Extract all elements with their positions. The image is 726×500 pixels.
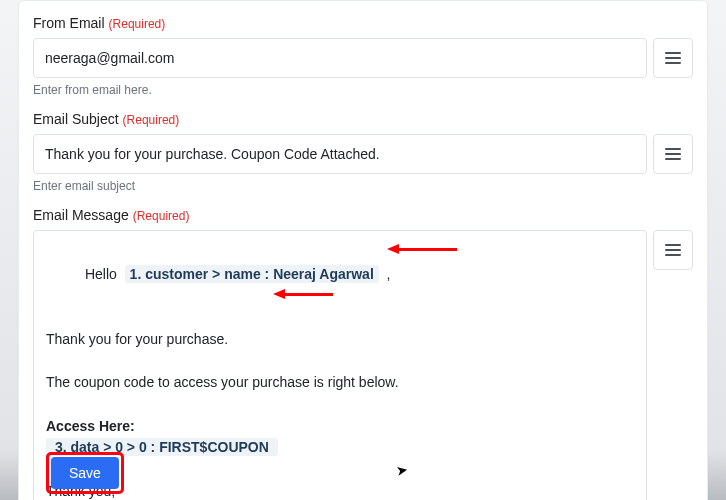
from-email-map-button[interactable]	[653, 38, 693, 78]
hamburger-icon	[665, 52, 681, 64]
hamburger-icon	[665, 244, 681, 256]
subject-hint: Enter email subject	[33, 179, 693, 193]
subject-input[interactable]	[33, 134, 647, 174]
save-button[interactable]: Save	[51, 457, 119, 489]
from-email-hint: Enter from email here.	[33, 83, 693, 97]
from-email-label: From Email(Required)	[33, 15, 693, 31]
message-label: Email Message(Required)	[33, 207, 693, 223]
save-highlight: Save	[46, 452, 124, 494]
subject-label: Email Subject(Required)	[33, 111, 693, 127]
from-email-group: From Email(Required) Enter from email he…	[33, 15, 693, 97]
message-map-button[interactable]	[653, 230, 693, 270]
subject-group: Email Subject(Required) Enter email subj…	[33, 111, 693, 193]
form-card: From Email(Required) Enter from email he…	[18, 0, 708, 500]
hamburger-icon	[665, 148, 681, 160]
message-group: Email Message(Required) Hello 1. custome…	[33, 207, 693, 500]
from-email-input[interactable]	[33, 38, 647, 78]
merge-token-customer-name: 1. customer > name : Neeraj Agarwal	[125, 265, 379, 283]
subject-map-button[interactable]	[653, 134, 693, 174]
message-editor[interactable]: Hello 1. customer > name : Neeraj Agarwa…	[33, 230, 647, 500]
